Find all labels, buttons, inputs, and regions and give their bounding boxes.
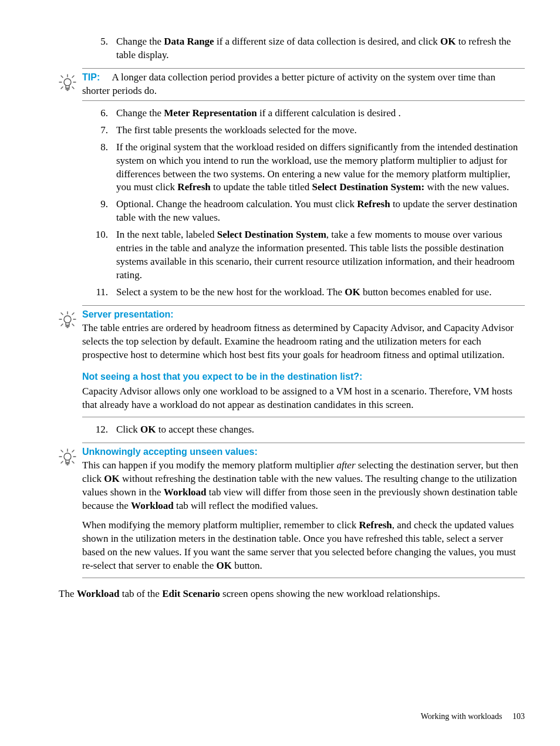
step-item: 8. If the original system that the workl… <box>82 141 525 195</box>
tip-body: When modifying the memory platform multi… <box>82 519 525 573</box>
step-number: 5. <box>82 35 116 62</box>
step-text: The first table presents the workloads s… <box>116 124 525 137</box>
tip-bulb-icon <box>59 447 77 471</box>
ordered-steps-c: 12. Click OK to accept these changes. <box>82 423 525 437</box>
step-text: If the original system that the workload… <box>116 141 525 195</box>
svg-point-2 <box>64 453 71 460</box>
tip-bulb-icon <box>59 309 77 333</box>
step-number: 10. <box>82 228 116 282</box>
step-text: Change the Data Range if a different siz… <box>116 35 525 62</box>
step-item: 5. Change the Data Range if a different … <box>82 35 525 62</box>
tip-label: Server presentation: <box>82 309 174 319</box>
step-text: In the next table, labeled Select Destin… <box>116 228 525 282</box>
tip-body: The table entries are ordered by headroo… <box>82 322 525 362</box>
step-text: Click OK to accept these changes. <box>116 423 525 437</box>
divider <box>82 68 525 69</box>
step-number: 11. <box>82 286 116 299</box>
page-footer: Working with workloads 103 <box>421 711 525 723</box>
step-item: 11. Select a system to be the new host f… <box>82 286 525 299</box>
tip-text: A longer data collection period provides… <box>82 72 495 96</box>
ordered-steps-a: 5. Change the Data Range if a different … <box>82 35 525 62</box>
step-text: Optional. Change the headroom calculatio… <box>116 198 525 225</box>
tip-label: Unknowingly accepting unseen values: <box>82 447 258 457</box>
step-item: 6. Change the Meter Representation if a … <box>82 107 525 120</box>
divider <box>82 578 525 578</box>
step-number: 9. <box>82 198 116 225</box>
step-item: 7. The first table presents the workload… <box>82 124 525 137</box>
page: 5. Change the Data Range if a different … <box>0 0 560 746</box>
tip-bulb-icon <box>59 72 77 96</box>
ordered-steps-b: 6. Change the Meter Representation if a … <box>82 107 525 299</box>
step-item: 9. Optional. Change the headroom calcula… <box>82 198 525 225</box>
svg-point-1 <box>64 316 71 323</box>
step-number: 7. <box>82 124 116 137</box>
step-item: 10. In the next table, labeled Select De… <box>82 228 525 282</box>
tip-block: TIP: A longer data collection period pro… <box>82 68 525 101</box>
tip-block-server-presentation: Server presentation: The table entries a… <box>82 305 525 417</box>
step-item: 12. Click OK to accept these changes. <box>82 423 525 437</box>
step-number: 8. <box>82 141 116 195</box>
divider <box>82 417 525 417</box>
step-number: 12. <box>82 423 116 437</box>
divider <box>82 305 525 306</box>
tip-label: TIP: <box>82 72 100 82</box>
tip-block-unknowingly: Unknowingly accepting unseen values: Thi… <box>82 443 525 578</box>
step-text: Change the Meter Representation if a dif… <box>116 107 525 120</box>
tip-sub-label: Not seeing a host that you expect to be … <box>82 370 525 383</box>
divider <box>82 443 525 443</box>
tip-body: This can happen if you modify the memory… <box>82 459 525 513</box>
footer-page-number: 103 <box>512 711 525 723</box>
divider <box>82 100 525 101</box>
step-text: Select a system to be the new host for t… <box>116 286 525 299</box>
tip-body: Capacity Advisor allows only one workloa… <box>82 385 525 412</box>
svg-point-0 <box>64 79 71 86</box>
footer-section: Working with workloads <box>421 712 502 721</box>
step-number: 6. <box>82 107 116 120</box>
closing-text: The Workload tab of the Edit Scenario sc… <box>59 588 525 601</box>
